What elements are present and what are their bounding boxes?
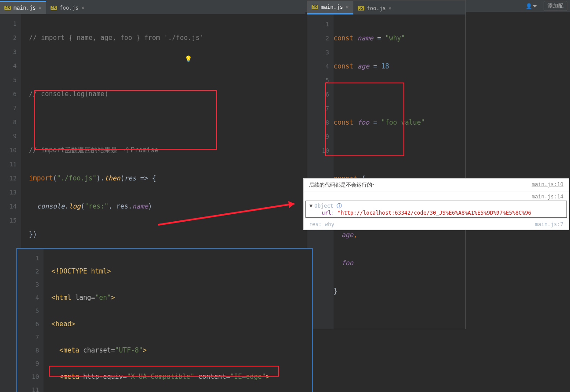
info-icon[interactable]: ⓘ bbox=[337, 203, 342, 209]
close-icon[interactable]: × bbox=[38, 5, 41, 11]
js-icon: JS bbox=[51, 6, 57, 10]
console-source-link[interactable]: main.js:14 bbox=[532, 194, 563, 200]
triangle-down-icon[interactable]: ▼ bbox=[309, 203, 312, 209]
editor-tabs: JSmain.js× JSfoo.js× bbox=[0, 0, 305, 14]
js-icon: JS bbox=[4, 6, 11, 10]
tab-main-js-right[interactable]: JSmain.js× bbox=[307, 1, 353, 14]
console-message: 后续的代码都是不会运行的~ main.js:10 bbox=[304, 179, 569, 191]
tab-main-js[interactable]: JSmain.js× bbox=[0, 1, 46, 14]
annotation-box bbox=[49, 366, 279, 377]
svg-line-0 bbox=[158, 204, 294, 225]
js-icon: JS bbox=[358, 6, 364, 11]
editor-tabs-right: JSmain.js× JSfoo.js× bbox=[307, 0, 465, 14]
console-source-link[interactable]: main.js:7 bbox=[535, 221, 563, 227]
code-area-right[interactable]: const name = "why" const age = 18 const … bbox=[334, 14, 465, 329]
secondary-editor: JSmain.js× JSfoo.js× 12345678910 const n… bbox=[307, 0, 466, 329]
devtools-console[interactable]: 后续的代码都是不会运行的~ main.js:10 main.js:14 ▼Obj… bbox=[303, 178, 569, 230]
line-gutter: 1234567891011 bbox=[17, 249, 44, 392]
annotation-arrow bbox=[158, 198, 308, 228]
close-icon[interactable]: × bbox=[81, 5, 84, 11]
console-message: main.js:14 bbox=[304, 191, 569, 201]
editor-body-right[interactable]: 12345678910 const name = "why" const age… bbox=[307, 14, 465, 329]
annotation-box bbox=[34, 90, 217, 150]
close-icon[interactable]: × bbox=[345, 4, 349, 10]
console-object[interactable]: ▼Object ⓘ url: "http://localhost:63342/c… bbox=[305, 201, 567, 218]
js-icon: JS bbox=[312, 5, 318, 9]
close-icon[interactable]: × bbox=[388, 5, 392, 11]
intention-bulb-icon[interactable]: 💡 bbox=[185, 55, 192, 62]
console-source-link[interactable]: main.js:10 bbox=[532, 181, 563, 187]
tab-foo-js[interactable]: JSfoo.js× bbox=[46, 1, 89, 14]
console-message: res: why main.js:7 bbox=[304, 219, 569, 230]
annotation-box bbox=[325, 83, 404, 156]
user-icon[interactable]: 👤⏷ bbox=[526, 3, 537, 9]
add-config-button[interactable]: 添加配 bbox=[544, 1, 567, 11]
tab-foo-js-right[interactable]: JSfoo.js× bbox=[353, 1, 396, 14]
